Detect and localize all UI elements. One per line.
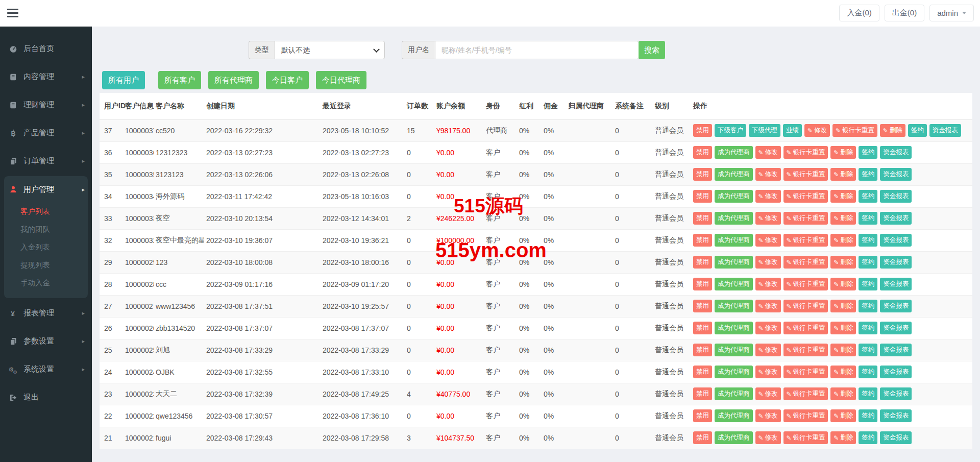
deposit-button[interactable]: 入金(0) <box>839 5 879 21</box>
action-delete-button[interactable]: ✎删除 <box>830 344 856 356</box>
action-become-agent-button[interactable]: 成为代理商 <box>715 190 753 203</box>
action-delete-button[interactable]: ✎删除 <box>830 431 856 444</box>
sidebar-subitem-deposit-list[interactable]: 入金列表 <box>4 238 88 256</box>
action-disable-button[interactable]: 禁用 <box>693 366 712 378</box>
action-bank-card-reset-button[interactable]: ✎银行卡重置 <box>783 212 828 225</box>
action-become-agent-button[interactable]: 成为代理商 <box>715 344 753 356</box>
action-edit-button[interactable]: ✎修改 <box>755 322 781 334</box>
action-fund-report-button[interactable]: 资金报表 <box>880 409 912 422</box>
action-delete-button[interactable]: ✎删除 <box>830 300 856 312</box>
action-delete-button[interactable]: ✎删除 <box>830 234 856 247</box>
sidebar-item-user[interactable]: 用户管理▸ <box>4 176 88 203</box>
filter-button-today-customers[interactable]: 今日客户 <box>266 71 309 89</box>
action-fund-report-button[interactable]: 资金报表 <box>880 168 912 181</box>
action-disable-button[interactable]: 禁用 <box>693 409 712 422</box>
action-bank-card-reset-button[interactable]: ✎银行卡重置 <box>832 124 877 137</box>
action-bank-card-reset-button[interactable]: ✎银行卡重置 <box>783 387 828 400</box>
action-edit-button[interactable]: ✎修改 <box>755 300 781 312</box>
sidebar-subitem-withdraw-list[interactable]: 提现列表 <box>4 256 88 274</box>
action-edit-button[interactable]: ✎修改 <box>755 366 781 378</box>
action-sign-button[interactable]: 签约 <box>859 366 877 378</box>
action-disable-button[interactable]: 禁用 <box>693 168 712 181</box>
sidebar-subitem-customer-list[interactable]: 客户列表 <box>4 203 88 221</box>
action-become-agent-button[interactable]: 成为代理商 <box>715 300 753 312</box>
action-edit-button[interactable]: ✎修改 <box>755 387 781 400</box>
action-edit-button[interactable]: ✎修改 <box>755 278 781 290</box>
action-sign-button[interactable]: 签约 <box>859 300 877 312</box>
action-fund-report-button[interactable]: 资金报表 <box>880 387 912 400</box>
action-disable-button[interactable]: 禁用 <box>693 344 712 356</box>
action-sign-button[interactable]: 签约 <box>908 124 927 137</box>
action-fund-report-button[interactable]: 资金报表 <box>880 300 912 312</box>
action-disable-button[interactable]: 禁用 <box>693 387 712 400</box>
action-edit-button[interactable]: ✎修改 <box>755 409 781 422</box>
action-become-agent-button[interactable]: 成为代理商 <box>715 409 753 422</box>
action-bank-card-reset-button[interactable]: ✎银行卡重置 <box>783 344 828 356</box>
action-disable-button[interactable]: 禁用 <box>693 431 712 444</box>
action-delete-button[interactable]: ✎删除 <box>830 256 856 269</box>
action-fund-report-button[interactable]: 资金报表 <box>880 234 912 247</box>
action-sign-button[interactable]: 签约 <box>859 344 877 356</box>
action-edit-button[interactable]: ✎修改 <box>755 344 781 356</box>
action-sub-agents-button[interactable]: 下级代理 <box>749 124 780 137</box>
action-sub-customers-button[interactable]: 下级客户 <box>715 124 746 137</box>
action-bank-card-reset-button[interactable]: ✎银行卡重置 <box>783 278 828 290</box>
action-bank-card-reset-button[interactable]: ✎银行卡重置 <box>783 322 828 334</box>
action-edit-button[interactable]: ✎修改 <box>755 168 781 181</box>
action-sign-button[interactable]: 签约 <box>859 387 877 400</box>
action-sign-button[interactable]: 签约 <box>859 190 877 203</box>
action-become-agent-button[interactable]: 成为代理商 <box>715 431 753 444</box>
action-become-agent-button[interactable]: 成为代理商 <box>715 146 753 159</box>
action-disable-button[interactable]: 禁用 <box>693 256 712 269</box>
action-edit-button[interactable]: ✎修改 <box>755 431 781 444</box>
action-disable-button[interactable]: 禁用 <box>693 212 712 225</box>
action-bank-card-reset-button[interactable]: ✎银行卡重置 <box>783 146 828 159</box>
sidebar-item-product[interactable]: B产品管理▸ <box>0 119 92 147</box>
action-become-agent-button[interactable]: 成为代理商 <box>715 256 753 269</box>
action-bank-card-reset-button[interactable]: ✎银行卡重置 <box>783 168 828 181</box>
action-edit-button[interactable]: ✎修改 <box>755 234 781 247</box>
action-fund-report-button[interactable]: 资金报表 <box>880 212 912 225</box>
action-fund-report-button[interactable]: 资金报表 <box>880 278 912 290</box>
action-delete-button[interactable]: ✎删除 <box>830 146 856 159</box>
action-edit-button[interactable]: ✎修改 <box>804 124 830 137</box>
action-sign-button[interactable]: 签约 <box>859 431 877 444</box>
sidebar-item-report[interactable]: ¥报表管理▸ <box>0 299 92 327</box>
action-delete-button[interactable]: ✎删除 <box>830 190 856 203</box>
sidebar-item-order[interactable]: 订单管理▸ <box>0 147 92 175</box>
action-bank-card-reset-button[interactable]: ✎银行卡重置 <box>783 190 828 203</box>
withdraw-button[interactable]: 出金(0) <box>885 5 924 21</box>
action-performance-button[interactable]: 业绩 <box>783 124 802 137</box>
action-bank-card-reset-button[interactable]: ✎银行卡重置 <box>783 409 828 422</box>
sidebar-item-dashboard[interactable]: 后台首页 <box>0 35 92 63</box>
action-fund-report-button[interactable]: 资金报表 <box>880 366 912 378</box>
action-fund-report-button[interactable]: 资金报表 <box>880 431 912 444</box>
action-delete-button[interactable]: ✎删除 <box>880 124 905 137</box>
action-bank-card-reset-button[interactable]: ✎银行卡重置 <box>783 366 828 378</box>
action-disable-button[interactable]: 禁用 <box>693 300 712 312</box>
admin-user-menu[interactable]: admin <box>929 5 974 21</box>
action-become-agent-button[interactable]: 成为代理商 <box>715 168 753 181</box>
action-sign-button[interactable]: 签约 <box>859 278 877 290</box>
action-disable-button[interactable]: 禁用 <box>693 278 712 290</box>
action-bank-card-reset-button[interactable]: ✎银行卡重置 <box>783 300 828 312</box>
filter-button-all-agents[interactable]: 所有代理商 <box>208 71 259 89</box>
filter-button-today-agents[interactable]: 今日代理商 <box>316 71 366 89</box>
action-disable-button[interactable]: 禁用 <box>693 234 712 247</box>
action-disable-button[interactable]: 禁用 <box>693 146 712 159</box>
sidebar-item-system[interactable]: ⚙⚙系统设置▸ <box>0 355 92 383</box>
filter-button-all-users[interactable]: 所有用户 <box>102 71 145 89</box>
sidebar-item-finance[interactable]: 理财管理▸ <box>0 91 92 119</box>
action-sign-button[interactable]: 签约 <box>859 234 877 247</box>
action-bank-card-reset-button[interactable]: ✎银行卡重置 <box>783 256 828 269</box>
sidebar-item-params[interactable]: 参数设置▸ <box>0 327 92 355</box>
search-button[interactable]: 搜索 <box>639 41 665 59</box>
action-disable-button[interactable]: 禁用 <box>693 322 712 334</box>
action-become-agent-button[interactable]: 成为代理商 <box>715 322 753 334</box>
action-delete-button[interactable]: ✎删除 <box>830 322 856 334</box>
action-delete-button[interactable]: ✎删除 <box>830 409 856 422</box>
action-sign-button[interactable]: 签约 <box>859 409 877 422</box>
action-bank-card-reset-button[interactable]: ✎银行卡重置 <box>783 234 828 247</box>
action-sign-button[interactable]: 签约 <box>859 212 877 225</box>
action-become-agent-button[interactable]: 成为代理商 <box>715 387 753 400</box>
